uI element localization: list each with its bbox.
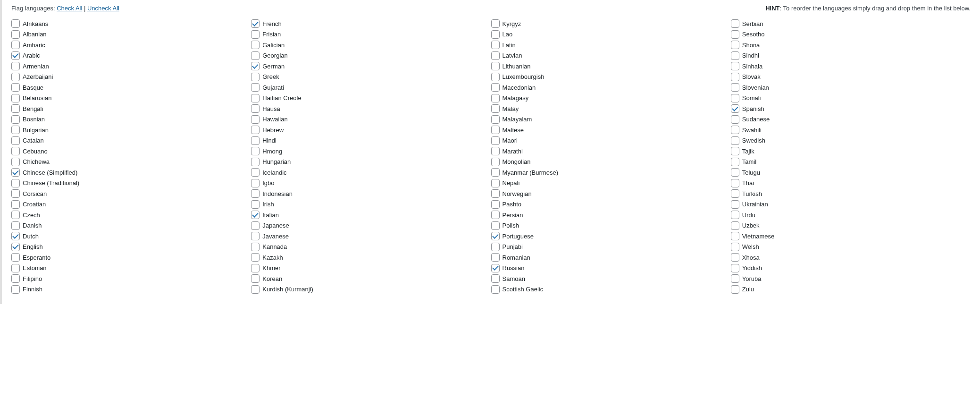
- language-item[interactable]: Esperanto: [11, 252, 251, 263]
- language-item[interactable]: Sudanese: [731, 114, 971, 125]
- language-checkbox[interactable]: [251, 62, 260, 70]
- language-checkbox[interactable]: [491, 62, 500, 70]
- language-checkbox[interactable]: [11, 147, 20, 155]
- language-item[interactable]: Macedonian: [491, 82, 731, 93]
- language-item[interactable]: Bosnian: [11, 114, 251, 125]
- language-checkbox[interactable]: [11, 83, 20, 92]
- language-checkbox[interactable]: [11, 264, 20, 272]
- language-checkbox[interactable]: [731, 179, 739, 187]
- language-checkbox[interactable]: [11, 200, 20, 209]
- language-checkbox[interactable]: [251, 147, 260, 155]
- language-item[interactable]: Latin: [491, 40, 731, 51]
- language-item[interactable]: Haitian Creole: [251, 93, 491, 104]
- language-checkbox[interactable]: [491, 94, 500, 102]
- language-checkbox[interactable]: [491, 104, 500, 113]
- language-checkbox[interactable]: [491, 158, 500, 166]
- language-item[interactable]: Slovak: [731, 72, 971, 83]
- language-checkbox[interactable]: [251, 243, 260, 251]
- language-item[interactable]: Romanian: [491, 252, 731, 263]
- language-checkbox[interactable]: [731, 62, 739, 70]
- language-checkbox[interactable]: [731, 285, 739, 294]
- language-item[interactable]: Danish: [11, 220, 251, 231]
- language-checkbox[interactable]: [731, 30, 739, 39]
- language-item[interactable]: Latvian: [491, 51, 731, 61]
- language-checkbox[interactable]: [731, 232, 739, 240]
- language-checkbox[interactable]: [731, 41, 739, 49]
- language-item[interactable]: English: [11, 242, 251, 253]
- language-item[interactable]: Ukrainian: [731, 199, 971, 210]
- language-checkbox[interactable]: [491, 221, 500, 230]
- language-item[interactable]: Hindi: [251, 136, 491, 146]
- language-item[interactable]: Kurdish (Kurmanji): [251, 284, 491, 295]
- language-item[interactable]: Chichewa: [11, 157, 251, 168]
- language-checkbox[interactable]: [491, 30, 500, 39]
- language-checkbox[interactable]: [731, 94, 739, 102]
- language-item[interactable]: French: [251, 18, 491, 29]
- language-checkbox[interactable]: [251, 115, 260, 124]
- language-item[interactable]: Norwegian: [491, 188, 731, 199]
- language-checkbox[interactable]: [11, 51, 20, 60]
- language-item[interactable]: Tajik: [731, 146, 971, 157]
- language-item[interactable]: Xhosa: [731, 252, 971, 263]
- language-checkbox[interactable]: [251, 126, 260, 134]
- language-item[interactable]: Kazakh: [251, 252, 491, 263]
- language-checkbox[interactable]: [11, 19, 20, 28]
- language-checkbox[interactable]: [11, 126, 20, 134]
- language-checkbox[interactable]: [491, 19, 500, 28]
- language-checkbox[interactable]: [731, 104, 739, 113]
- language-item[interactable]: Swedish: [731, 136, 971, 146]
- language-item[interactable]: Galician: [251, 40, 491, 51]
- language-checkbox[interactable]: [11, 285, 20, 294]
- language-item[interactable]: Bengali: [11, 103, 251, 114]
- language-item[interactable]: Kannada: [251, 242, 491, 253]
- language-item[interactable]: Maori: [491, 136, 731, 146]
- language-item[interactable]: Basque: [11, 82, 251, 93]
- language-item[interactable]: Igbo: [251, 178, 491, 189]
- language-item[interactable]: Afrikaans: [11, 18, 251, 29]
- language-item[interactable]: Czech: [11, 210, 251, 220]
- language-item[interactable]: Scottish Gaelic: [491, 284, 731, 295]
- language-checkbox[interactable]: [731, 200, 739, 209]
- language-checkbox[interactable]: [251, 274, 260, 283]
- language-item[interactable]: Welsh: [731, 242, 971, 253]
- language-checkbox[interactable]: [491, 126, 500, 134]
- language-checkbox[interactable]: [731, 211, 739, 219]
- language-item[interactable]: Greek: [251, 72, 491, 83]
- language-item[interactable]: Korean: [251, 273, 491, 284]
- language-item[interactable]: Chinese (Simplified): [11, 167, 251, 178]
- language-item[interactable]: Belarusian: [11, 93, 251, 104]
- language-checkbox[interactable]: [251, 94, 260, 102]
- language-checkbox[interactable]: [11, 41, 20, 49]
- language-checkbox[interactable]: [491, 285, 500, 294]
- language-checkbox[interactable]: [731, 147, 739, 155]
- language-checkbox[interactable]: [11, 179, 20, 187]
- language-item[interactable]: Yoruba: [731, 273, 971, 284]
- language-checkbox[interactable]: [731, 83, 739, 92]
- language-checkbox[interactable]: [491, 147, 500, 155]
- language-item[interactable]: Finnish: [11, 284, 251, 295]
- language-item[interactable]: Corsican: [11, 188, 251, 199]
- language-item[interactable]: Persian: [491, 210, 731, 220]
- language-item[interactable]: Irish: [251, 199, 491, 210]
- language-checkbox[interactable]: [251, 51, 260, 60]
- language-checkbox[interactable]: [251, 168, 260, 177]
- language-checkbox[interactable]: [491, 189, 500, 198]
- language-item[interactable]: Mongolian: [491, 157, 731, 168]
- language-checkbox[interactable]: [11, 94, 20, 102]
- language-item[interactable]: Malay: [491, 103, 731, 114]
- language-item[interactable]: Dutch: [11, 231, 251, 242]
- language-item[interactable]: Malayalam: [491, 114, 731, 125]
- language-item[interactable]: Slovenian: [731, 82, 971, 93]
- language-checkbox[interactable]: [491, 136, 500, 145]
- language-item[interactable]: Pashto: [491, 199, 731, 210]
- language-item[interactable]: Gujarati: [251, 82, 491, 93]
- language-checkbox[interactable]: [251, 136, 260, 145]
- language-item[interactable]: Hausa: [251, 103, 491, 114]
- language-item[interactable]: Maltese: [491, 125, 731, 136]
- language-checkbox[interactable]: [731, 136, 739, 145]
- language-checkbox[interactable]: [251, 179, 260, 187]
- language-item[interactable]: Luxembourgish: [491, 72, 731, 83]
- language-item[interactable]: Catalan: [11, 136, 251, 146]
- language-checkbox[interactable]: [11, 115, 20, 124]
- language-item[interactable]: Somali: [731, 93, 971, 104]
